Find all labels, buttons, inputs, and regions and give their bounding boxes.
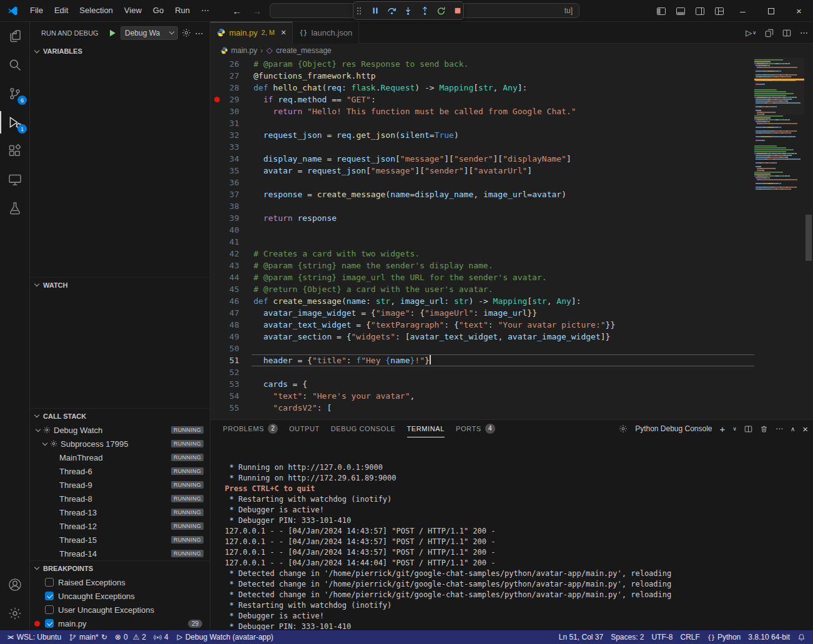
breakpoint-gutter[interactable] xyxy=(210,129,223,141)
breakpoint-gutter[interactable] xyxy=(210,343,223,354)
code-line[interactable]: 27@functions_framework.http xyxy=(210,70,813,82)
code-line[interactable]: 35 avatar = request_json["message"]["sen… xyxy=(210,165,813,177)
code-line[interactable]: 54 "text": "Here's your avatar", xyxy=(210,390,813,402)
breakpoint-gutter[interactable] xyxy=(210,188,223,200)
breakpoint-gutter[interactable] xyxy=(210,366,223,378)
stop-icon[interactable] xyxy=(453,5,463,16)
status-eol[interactable]: CRLF xyxy=(677,630,704,644)
breakpoint-item[interactable]: Uncaught Exceptions xyxy=(30,589,210,603)
scrollbar-thumb[interactable] xyxy=(806,215,812,261)
close-window-icon[interactable]: × xyxy=(785,0,813,22)
terminal-dropdown-icon[interactable]: ∨ xyxy=(732,426,737,432)
breakpoint-gutter[interactable] xyxy=(210,82,223,94)
variables-section-header[interactable]: VARIABLES xyxy=(30,44,210,59)
split-terminal-icon[interactable] xyxy=(744,425,752,433)
split-editor-icon[interactable] xyxy=(782,29,791,37)
code-line[interactable]: 39 return response xyxy=(210,212,813,224)
panel-tab-output[interactable]: OUTPUT xyxy=(289,420,320,437)
panel-tab-ports[interactable]: PORTS4 xyxy=(456,420,495,437)
code-line[interactable]: 26# @param {Object} res Response to send… xyxy=(210,58,813,70)
breakpoint-checkbox[interactable] xyxy=(45,619,54,628)
activity-extensions[interactable] xyxy=(0,137,30,165)
activity-explorer[interactable] xyxy=(0,22,30,51)
debug-config-dropdown[interactable]: Debug Wa xyxy=(121,26,178,40)
code-line[interactable]: 30 return "Hello! This function must be … xyxy=(210,105,813,117)
editor-scrollbar[interactable] xyxy=(804,57,813,419)
code-line[interactable]: 34 display_name = request_json["message"… xyxy=(210,153,813,165)
breakpoint-gutter[interactable] xyxy=(210,331,223,343)
code-line[interactable]: 48 avatar_text_widget = {"textParagraph"… xyxy=(210,319,813,331)
run-python-file-icon[interactable]: ▷∨ xyxy=(746,28,756,37)
callstack-item[interactable]: MainThreadRUNNING xyxy=(30,451,210,464)
code-line[interactable]: 42# Creates a card with two widgets. xyxy=(210,248,813,260)
breakpoint-gutter[interactable] xyxy=(210,165,223,177)
code-line[interactable]: 55 "cardsV2": [ xyxy=(210,402,813,414)
breadcrumb-item[interactable]: create_message xyxy=(266,46,332,55)
breakpoint-gutter[interactable] xyxy=(210,212,223,224)
panel-more-icon[interactable]: ⋯ xyxy=(776,424,783,433)
breakpoint-checkbox[interactable] xyxy=(45,605,54,614)
minimize-icon[interactable]: – xyxy=(729,0,757,22)
breakpoint-gutter[interactable] xyxy=(210,177,223,188)
breakpoint-gutter[interactable] xyxy=(210,307,223,319)
open-changes-icon[interactable] xyxy=(765,29,774,37)
breakpoint-gutter[interactable] xyxy=(210,153,223,165)
start-debugging-icon[interactable] xyxy=(108,29,117,37)
menu-edit[interactable]: Edit xyxy=(49,3,74,18)
toolbar-grip-icon[interactable] xyxy=(353,5,364,16)
code-line[interactable]: 46def create_message(name: str, image_ur… xyxy=(210,295,813,307)
panel-tab-terminal[interactable]: TERMINAL xyxy=(407,420,445,437)
code-line[interactable]: 41 xyxy=(210,236,813,248)
menu-go[interactable]: Go xyxy=(147,3,169,18)
activity-settings[interactable] xyxy=(0,599,30,628)
breakpoint-gutter[interactable] xyxy=(210,248,223,260)
minimap[interactable] xyxy=(754,57,804,419)
breakpoint-checkbox[interactable] xyxy=(45,578,54,587)
back-arrow-icon[interactable]: ← xyxy=(232,6,242,16)
terminal-profile-label[interactable]: Python Debug Console xyxy=(635,424,712,433)
breakpoint-gutter[interactable] xyxy=(210,58,223,70)
status-cursor-position[interactable]: Ln 51, Col 37 xyxy=(555,630,607,644)
code-line[interactable]: 31 xyxy=(210,117,813,129)
status-language[interactable]: {}Python xyxy=(704,630,744,644)
toggle-sidebar-icon[interactable] xyxy=(656,6,666,16)
pause-icon[interactable] xyxy=(370,5,380,16)
breakpoint-gutter[interactable] xyxy=(210,271,223,283)
code-line[interactable]: 47 avatar_image_widget = {"image": {"ima… xyxy=(210,307,813,319)
code-line[interactable]: 32 request_json = req.get_json(silent=Tr… xyxy=(210,129,813,141)
code-line[interactable]: 45# @return {Object} a card with the use… xyxy=(210,283,813,295)
command-center[interactable]: tu] xyxy=(460,3,579,18)
breakpoint-gutter[interactable] xyxy=(210,141,223,153)
close-panel-icon[interactable]: × xyxy=(802,424,808,434)
menu-view[interactable]: View xyxy=(119,3,147,18)
status-remote[interactable]: ><WSL: Ubuntu xyxy=(4,630,65,644)
status-problems[interactable]: ⊗0⚠2 xyxy=(111,630,150,644)
breadcrumb-item[interactable]: main.py xyxy=(220,46,257,55)
status-indentation[interactable]: Spaces: 2 xyxy=(607,630,648,644)
status-branch[interactable]: main*↻ xyxy=(65,630,111,644)
code-line[interactable]: 44# @param {string} image_url the URL fo… xyxy=(210,271,813,283)
callstack-item[interactable]: Subprocess 17995RUNNING xyxy=(30,437,210,451)
callstack-item[interactable]: Thread-13RUNNING xyxy=(30,505,210,519)
tab-main-py[interactable]: main.py2, M× xyxy=(210,22,293,44)
new-terminal-icon[interactable]: + xyxy=(720,424,726,434)
breakpoint-gutter[interactable] xyxy=(210,390,223,402)
maximize-panel-icon[interactable]: ∧ xyxy=(791,426,795,432)
step-out-icon[interactable] xyxy=(420,5,430,16)
panel-tab-debug-console[interactable]: DEBUG CONSOLE xyxy=(331,420,396,437)
toggle-panel-icon[interactable] xyxy=(676,6,686,16)
breakpoint-gutter[interactable] xyxy=(210,200,223,212)
code-editor[interactable]: 26# @param {Object} res Response to send… xyxy=(210,57,813,419)
callstack-item[interactable]: Thread-9RUNNING xyxy=(30,478,210,492)
code-line[interactable]: 53 cards = { xyxy=(210,378,813,390)
terminal-output[interactable]: * Running on http://127.0.0.1:9000 * Run… xyxy=(210,437,813,630)
code-line[interactable]: 36 xyxy=(210,177,813,188)
code-line[interactable]: 40 xyxy=(210,224,813,236)
code-line[interactable]: 43# @param {string} name the sender's di… xyxy=(210,260,813,271)
activity-testing[interactable] xyxy=(0,194,30,223)
breakpoint-checkbox[interactable] xyxy=(45,592,54,600)
breakpoint-gutter[interactable] xyxy=(210,260,223,271)
kill-terminal-icon[interactable] xyxy=(760,425,768,433)
activity-account[interactable] xyxy=(0,570,30,599)
activity-search[interactable] xyxy=(0,51,30,79)
